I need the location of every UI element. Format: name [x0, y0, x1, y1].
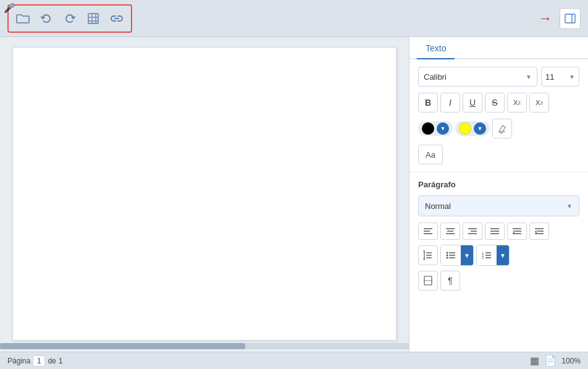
- editor-area: [0, 37, 409, 352]
- paragraph-section: Parágrafo Normal ▼: [410, 172, 588, 298]
- font-size-select[interactable]: 11 ▼: [541, 67, 579, 87]
- status-right: ▦ 📄 100%: [530, 355, 581, 367]
- tab-texto[interactable]: Texto: [417, 37, 455, 59]
- indent-decrease-button[interactable]: [507, 223, 527, 240]
- insert-table-button[interactable]: [83, 8, 104, 29]
- superscript-button[interactable]: X2: [507, 93, 527, 112]
- horizontal-scrollbar[interactable]: [0, 343, 409, 349]
- paragraph-section-title: Parágrafo: [418, 180, 579, 189]
- align-right-button[interactable]: [463, 223, 482, 240]
- bullet-list-dropdown[interactable]: ▼: [461, 245, 473, 265]
- align-row: [418, 223, 579, 240]
- numbered-list-group: 1. 2. 3. ▼: [476, 245, 510, 266]
- text-section: Calibri ▼ 11 ▼ B I U S X2 X2: [410, 59, 588, 172]
- page-separator: de: [48, 357, 56, 365]
- svg-point-32: [447, 255, 448, 257]
- paragraph-style-select[interactable]: Normal ▼: [418, 195, 579, 216]
- mic-icon: 🎤: [4, 2, 15, 14]
- open-folder-button[interactable]: [12, 8, 33, 29]
- panel-toggle-button[interactable]: [560, 8, 581, 29]
- highlight-color-swatch[interactable]: [459, 122, 471, 135]
- svg-point-33: [447, 257, 448, 259]
- format-row: B I U S X2 X2: [418, 93, 579, 112]
- italic-button[interactable]: I: [440, 93, 460, 112]
- view-normal-icon[interactable]: ▦: [530, 355, 539, 367]
- svg-point-31: [447, 252, 448, 254]
- undo-button[interactable]: [36, 8, 57, 29]
- bullet-list-button[interactable]: [441, 245, 461, 265]
- list-row: ▼ 1. 2. 3. ▼: [418, 245, 579, 266]
- align-center-button[interactable]: [440, 223, 460, 240]
- current-page: 1: [33, 355, 45, 367]
- zoom-level: 100%: [561, 357, 581, 365]
- svg-rect-6: [565, 14, 575, 23]
- chevron-down-icon: ▼: [566, 203, 573, 210]
- text-color-swatch[interactable]: [422, 122, 434, 135]
- extra-row: ¶: [418, 271, 579, 291]
- page-break-button[interactable]: [418, 271, 438, 291]
- insert-link-button[interactable]: [106, 8, 127, 29]
- page-info: Página 1 de 1: [7, 355, 62, 367]
- right-panel: Texto Calibri ▼ 11 ▼ B I U S X2: [409, 37, 588, 352]
- bold-button[interactable]: B: [418, 93, 438, 112]
- editor-page[interactable]: [12, 47, 397, 341]
- show-formatting-button[interactable]: ¶: [440, 271, 460, 291]
- color-row: ▼ ▼: [418, 119, 579, 138]
- svg-rect-0: [88, 14, 98, 23]
- align-left-button[interactable]: [418, 223, 438, 240]
- numbered-list-button[interactable]: 1. 2. 3.: [477, 245, 497, 265]
- redo-button[interactable]: [59, 8, 80, 29]
- main-toolbar: →: [0, 0, 588, 37]
- font-family-select[interactable]: Calibri ▼: [418, 67, 537, 87]
- highlight-color-dropdown[interactable]: ▼: [474, 122, 486, 135]
- underline-button[interactable]: U: [463, 93, 482, 112]
- toolbar-right: →: [539, 8, 581, 29]
- chevron-down-icon: ▼: [569, 74, 575, 80]
- total-pages: 1: [59, 357, 63, 365]
- main-content: Texto Calibri ▼ 11 ▼ B I U S X2: [0, 37, 588, 352]
- font-row: Calibri ▼ 11 ▼: [418, 67, 579, 87]
- scrollbar-thumb[interactable]: [0, 343, 245, 349]
- arrow-indicator: →: [539, 11, 552, 27]
- align-justify-button[interactable]: [485, 223, 505, 240]
- svg-text:3.: 3.: [482, 256, 484, 260]
- highlight-color-group: ▼: [455, 121, 490, 136]
- subscript-button[interactable]: X2: [529, 93, 549, 112]
- font-case-button[interactable]: Aa: [418, 145, 443, 164]
- status-bar: Página 1 de 1 ▦ 📄 100%: [0, 352, 588, 369]
- text-color-dropdown[interactable]: ▼: [437, 122, 449, 135]
- indent-increase-button[interactable]: [529, 223, 549, 240]
- chevron-down-icon: ▼: [526, 74, 532, 80]
- strikethrough-button[interactable]: S: [485, 93, 505, 112]
- bullet-list-group: ▼: [440, 245, 474, 266]
- panel-tab-row: Texto: [410, 37, 588, 59]
- page-label: Página: [7, 357, 30, 365]
- clear-format-button[interactable]: [492, 119, 512, 138]
- line-spacing-button[interactable]: [418, 245, 438, 265]
- numbered-list-dropdown[interactable]: ▼: [497, 245, 509, 265]
- view-reading-icon[interactable]: 📄: [544, 355, 556, 367]
- text-color-group: ▼: [418, 121, 453, 136]
- toolbar-button-group: [7, 4, 132, 33]
